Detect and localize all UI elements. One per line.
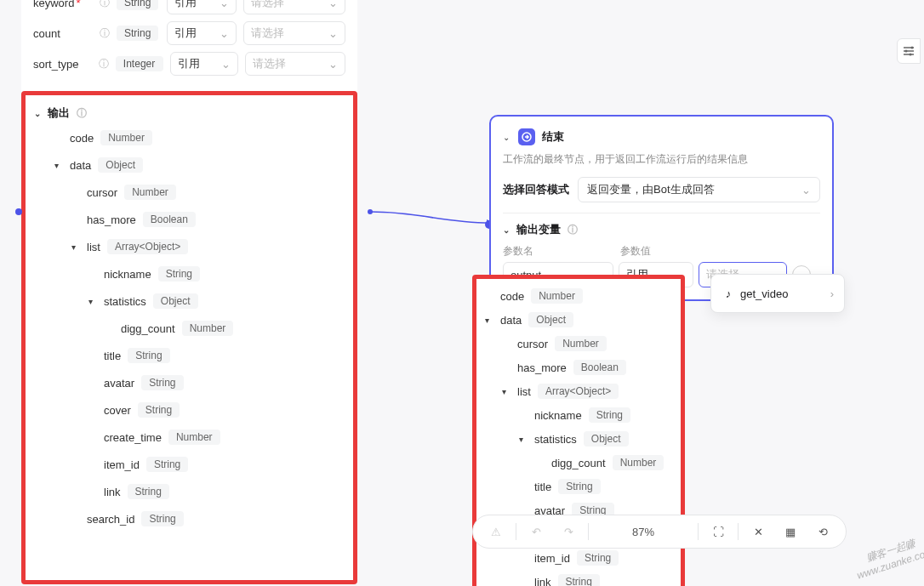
- tree-item-label: title: [104, 350, 121, 362]
- output-header[interactable]: ⌄ 输出 ⓘ: [34, 102, 345, 124]
- tree-row[interactable]: item_idString: [485, 546, 672, 570]
- value-select[interactable]: 请选择⌄: [243, 21, 345, 45]
- watermark: 赚客一起赚 www.zuanke.com: [851, 532, 924, 583]
- arg-name: sort_type: [33, 58, 90, 71]
- tree-item-type: String: [128, 484, 169, 499]
- end-header: ⌄ 结束: [503, 128, 820, 152]
- redo-button[interactable]: ↷: [554, 520, 583, 543]
- connection-port[interactable]: [15, 208, 22, 215]
- tree-row[interactable]: ▾dataObject: [485, 308, 672, 332]
- tree-row[interactable]: ▾listArray<Object>: [485, 379, 672, 403]
- tree-item-type: Number: [100, 130, 152, 145]
- tree-item-label: create_time: [104, 431, 162, 444]
- value-select[interactable]: 请选择⌄: [245, 52, 345, 76]
- tree-row[interactable]: cursorNumber: [485, 332, 672, 356]
- tree-row[interactable]: titleString: [485, 475, 672, 498]
- chevron-down-icon: ⌄: [328, 27, 338, 40]
- info-icon[interactable]: ⓘ: [99, 57, 109, 71]
- output-var-header[interactable]: ⌄ 输出变量 ⓘ: [503, 222, 820, 244]
- tree-item-label: list: [87, 241, 100, 253]
- tree-item-label: search_id: [87, 513, 134, 526]
- tree-item-type: String: [141, 375, 183, 390]
- chevron-down-icon: ⌄: [801, 184, 811, 196]
- arg-name: keyword*: [33, 0, 91, 9]
- chevron-down-icon: ⌄: [34, 109, 43, 118]
- tree-row[interactable]: nicknameString: [485, 403, 672, 427]
- undo-button[interactable]: ↶: [522, 520, 550, 543]
- chevron-down-icon: ⌄: [503, 225, 511, 235]
- layout-button[interactable]: ▦: [776, 520, 805, 543]
- tree-row[interactable]: ▾statisticsObject: [34, 287, 345, 315]
- info-icon[interactable]: ⓘ: [100, 0, 110, 10]
- type-tag: String: [117, 0, 158, 10]
- tree-row[interactable]: cursorNumber: [34, 179, 345, 206]
- tree-row[interactable]: ▾statisticsObject: [485, 427, 672, 451]
- tree-item-type: String: [138, 402, 180, 418]
- tree-item-label: code: [70, 132, 94, 145]
- svg-point-4: [910, 54, 912, 56]
- alert-icon[interactable]: ⚠: [482, 520, 510, 543]
- tree-row[interactable]: digg_countNumber: [34, 315, 345, 342]
- tree-item-type: Object: [98, 157, 143, 173]
- tree-item-type: Number: [555, 336, 607, 351]
- output-title: 输出: [48, 105, 70, 121]
- fit-view-button[interactable]: ⛶: [704, 520, 733, 543]
- chevron-down-icon: ▾: [502, 387, 510, 396]
- tree-row[interactable]: digg_countNumber: [485, 451, 672, 475]
- arg-name: count: [33, 27, 91, 40]
- tree-row[interactable]: avatarString: [34, 369, 345, 396]
- mode-select[interactable]: 返回变量，由Bot生成回答 ⌄: [578, 177, 820, 202]
- tree-row[interactable]: linkString: [34, 478, 345, 505]
- tree-row[interactable]: coverString: [34, 396, 345, 424]
- tiktok-icon: ♪: [722, 287, 735, 300]
- ref-select[interactable]: 引用⌄: [170, 52, 239, 76]
- tree-row[interactable]: create_timeNumber: [34, 424, 345, 451]
- tree-item-label: nickname: [534, 409, 582, 422]
- ref-select[interactable]: 引用⌄: [167, 21, 237, 45]
- mode-label: 选择回答模式: [503, 182, 569, 197]
- tree-item-label: nickname: [104, 268, 151, 281]
- tree-row[interactable]: has_moreBoolean: [34, 206, 345, 233]
- ref-select[interactable]: 引用⌄: [167, 0, 237, 14]
- tree-item-label: avatar: [104, 377, 134, 390]
- tree-item-label: has_more: [517, 361, 567, 374]
- answer-mode-row: 选择回答模式 返回变量，由Bot生成回答 ⌄: [503, 177, 820, 213]
- chevron-down-icon[interactable]: ⌄: [503, 133, 511, 142]
- tree-row[interactable]: nicknameString: [34, 260, 345, 287]
- settings-fab[interactable]: [897, 38, 921, 64]
- tree-row[interactable]: item_idString: [34, 451, 345, 478]
- tree-row[interactable]: linkString: [485, 570, 672, 586]
- node-suggest-popover: ♪ get_video ›: [710, 274, 845, 313]
- input-row-sort-type: sort_type ⓘ Integer 引用⌄ 请选择⌄: [33, 48, 345, 79]
- tree-row[interactable]: codeNumber: [34, 124, 345, 151]
- zoom-level[interactable]: 87%: [594, 526, 693, 538]
- connection-port[interactable]: [368, 209, 373, 214]
- info-icon[interactable]: ⓘ: [568, 223, 578, 237]
- info-icon[interactable]: ⓘ: [77, 106, 87, 121]
- refresh-button[interactable]: ⟲: [808, 520, 837, 543]
- close-button[interactable]: ✕: [744, 520, 773, 543]
- tree-row[interactable]: search_idString: [34, 505, 345, 532]
- col-header-name: 参数名: [503, 244, 620, 259]
- value-select[interactable]: 请选择⌄: [243, 0, 345, 14]
- popover-item-get-video[interactable]: ♪ get_video ›: [718, 282, 837, 305]
- tree-item-type: Number: [124, 185, 176, 200]
- divider: [698, 523, 699, 540]
- tree-item-type: Number: [613, 455, 664, 470]
- end-node-icon: [518, 128, 535, 145]
- chevron-down-icon: ⌄: [220, 27, 229, 40]
- tree-row[interactable]: ▾listArray<Object>: [34, 233, 345, 260]
- input-row-count: count ⓘ String 引用⌄ 请选择⌄: [33, 18, 345, 48]
- tree-row[interactable]: codeNumber: [485, 284, 672, 308]
- tree-item-type: Array<Object>: [538, 384, 619, 399]
- tree-row[interactable]: titleString: [34, 342, 345, 369]
- info-icon[interactable]: ⓘ: [100, 26, 110, 41]
- tree-item-type: Number: [168, 430, 220, 445]
- svg-point-3: [905, 50, 908, 53]
- tree-item-type: String: [141, 511, 183, 526]
- tree-row[interactable]: has_moreBoolean: [485, 356, 672, 379]
- tree-row[interactable]: ▾dataObject: [34, 151, 345, 179]
- tree-item-label: title: [534, 481, 551, 493]
- tree-item-label: statistics: [104, 295, 146, 308]
- chevron-down-icon: ⌄: [328, 58, 338, 71]
